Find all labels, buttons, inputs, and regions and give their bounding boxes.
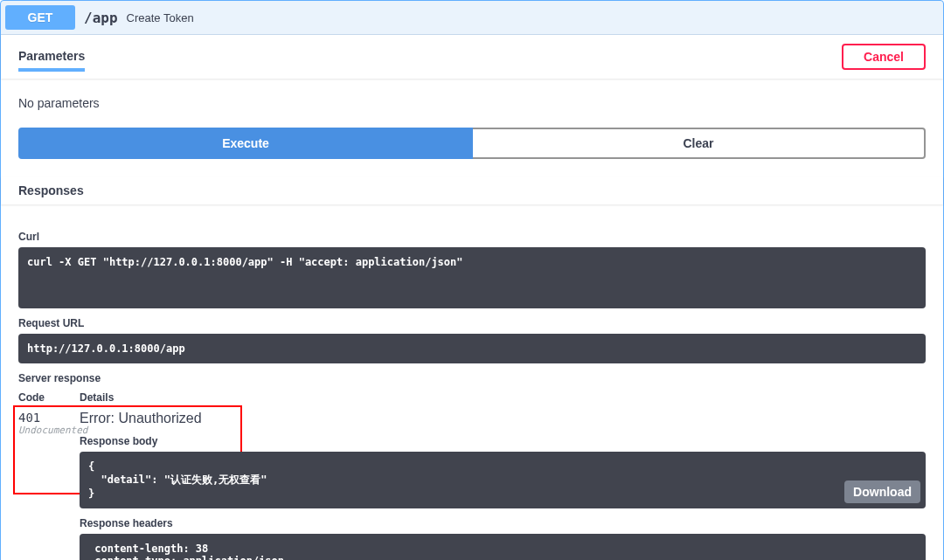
details-column-header: Details (80, 391, 926, 404)
response-body-label: Response body (80, 435, 926, 447)
request-url-label: Request URL (18, 317, 926, 329)
no-parameters-text: No parameters (18, 96, 100, 110)
responses-inner: Curl curl -X GET "http://127.0.0.1:8000/… (1, 204, 943, 560)
execute-button[interactable]: Execute (18, 128, 473, 159)
response-details: Error: Unauthorized Response body { "det… (80, 411, 926, 560)
responses-header: Responses (1, 176, 943, 204)
response-headers-label: Response headers (80, 517, 926, 529)
operation-block: GET /app Create Token Parameters Cancel … (0, 0, 944, 560)
response-row: 401 Undocumented Error: Unauthorized Res… (18, 411, 926, 560)
curl-label: Curl (18, 231, 926, 243)
tab-parameters[interactable]: Parameters (18, 42, 85, 72)
method-badge: GET (5, 5, 75, 30)
clear-button[interactable]: Clear (473, 128, 926, 159)
server-response-label: Server response (18, 372, 926, 384)
execute-row: Execute Clear (1, 128, 943, 176)
request-url-value[interactable]: http://127.0.0.1:8000/app (18, 334, 926, 363)
parameters-header: Parameters Cancel (1, 35, 943, 79)
download-button[interactable]: Download (844, 480, 920, 503)
error-title: Error: Unauthorized (80, 411, 926, 426)
code-column-header: Code (18, 391, 80, 404)
undocumented-label: Undocumented (18, 425, 80, 436)
response-headers[interactable]: content-length: 38 content-type: applica… (80, 534, 926, 560)
response-code: 401 Undocumented (18, 411, 80, 560)
response-table-head: Code Details (18, 391, 926, 404)
endpoint-path: /app (75, 10, 127, 26)
endpoint-title: Create Token (127, 11, 194, 24)
cancel-button[interactable]: Cancel (842, 44, 926, 70)
parameters-body: No parameters (1, 79, 943, 128)
response-body[interactable]: { "detail": "认证失败,无权查看" } (80, 452, 926, 508)
curl-command[interactable]: curl -X GET "http://127.0.0.1:8000/app" … (18, 247, 926, 308)
operation-body: Parameters Cancel No parameters Execute … (1, 34, 943, 560)
operation-summary[interactable]: GET /app Create Token (1, 1, 943, 34)
